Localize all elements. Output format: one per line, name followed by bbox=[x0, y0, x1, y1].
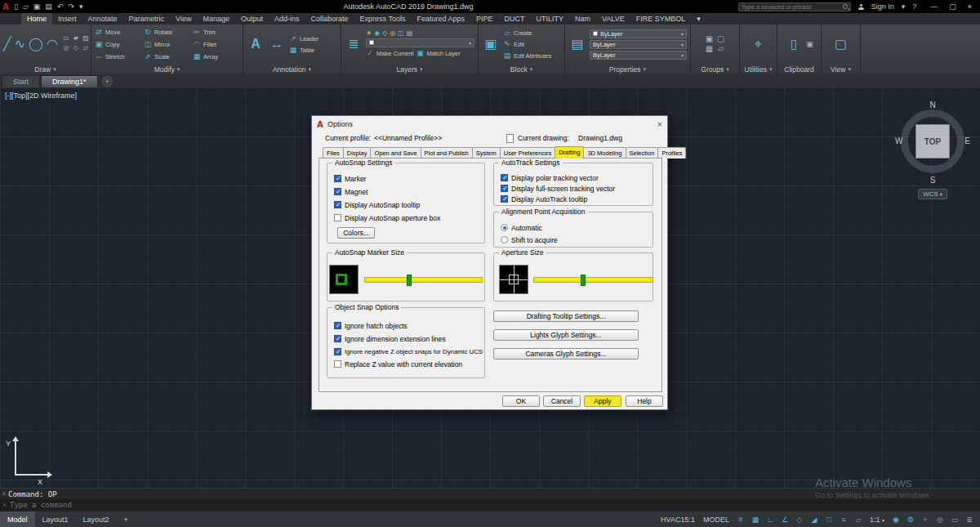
tab-user-preferences[interactable]: User Preferences bbox=[500, 147, 555, 159]
annotation-visibility-icon[interactable]: ◉ bbox=[889, 513, 902, 526]
checkbox[interactable] bbox=[334, 201, 341, 208]
fillet-tool[interactable]: ◠Fillet bbox=[193, 41, 239, 48]
annotation-scale-button[interactable]: 1:1 ▾ bbox=[866, 516, 888, 524]
new-drawing-tab-icon[interactable]: + bbox=[102, 76, 113, 87]
tab-plot-and-publish[interactable]: Plot and Publish bbox=[421, 147, 473, 159]
ribbon-tab-annotate[interactable]: Annotate bbox=[82, 13, 123, 25]
insert-block-icon[interactable]: ▣ bbox=[482, 38, 500, 51]
layer-isolate-icon[interactable]: ◉ bbox=[374, 30, 380, 37]
layer-off-icon[interactable]: ◫ bbox=[398, 30, 404, 37]
annotation-monitor-icon[interactable]: + bbox=[919, 513, 932, 526]
ribbon-tab-duct[interactable]: DUCT bbox=[498, 13, 530, 25]
layout1-tab[interactable]: Layout1 bbox=[35, 511, 76, 527]
checkbox[interactable] bbox=[334, 348, 341, 355]
autosnap-tooltip-checkbox-row[interactable]: Display AutoSnap tooltip bbox=[334, 200, 420, 209]
lineweight-icon[interactable]: ≡ bbox=[837, 513, 850, 526]
ignore-negative-z-checkbox-row[interactable]: Ignore negative Z object snaps for Dynam… bbox=[334, 347, 483, 356]
mirror-tool[interactable]: ◫Mirror bbox=[144, 41, 190, 48]
ribbon-tab-pipe[interactable]: PIPE bbox=[470, 13, 499, 25]
help-search-input[interactable] bbox=[742, 3, 840, 11]
marker-size-slider-thumb[interactable] bbox=[407, 275, 412, 286]
signin-label[interactable]: Sign In bbox=[871, 2, 894, 11]
object-color-dropdown[interactable]: ByLayer▾ bbox=[590, 29, 687, 38]
undo-icon[interactable]: ↶ bbox=[57, 3, 64, 11]
view-tool-icon[interactable]: ▢ bbox=[832, 38, 850, 51]
tab-drafting[interactable]: Drafting bbox=[555, 146, 584, 159]
wcs-dropdown-icon[interactable]: ▾ bbox=[940, 191, 942, 197]
properties-palette-icon[interactable]: ▤ bbox=[568, 38, 586, 51]
transparency-icon[interactable]: ▱ bbox=[852, 513, 865, 526]
search-icon[interactable] bbox=[843, 4, 848, 9]
signin-dropdown-icon[interactable]: ▾ bbox=[902, 2, 906, 11]
panel-expand-icon[interactable]: ▾ bbox=[53, 66, 56, 73]
ribbon-tab-manage[interactable]: Manage bbox=[197, 13, 235, 25]
checkbox[interactable] bbox=[334, 214, 341, 221]
new-file-icon[interactable]: ▯ bbox=[14, 3, 18, 11]
text-tool-icon[interactable]: A bbox=[247, 38, 265, 51]
circle-tool-icon[interactable]: ◯ bbox=[29, 38, 43, 51]
move-tool[interactable]: ⇄Move bbox=[95, 29, 141, 36]
dialog-close-icon[interactable]: × bbox=[657, 119, 662, 129]
tab-system[interactable]: System bbox=[472, 147, 501, 159]
tab-profiles[interactable]: Profiles bbox=[657, 147, 686, 159]
aperture-size-slider-thumb[interactable] bbox=[581, 275, 586, 286]
command-input-line[interactable]: › bbox=[0, 499, 980, 511]
redo-icon[interactable]: ↷ bbox=[68, 3, 74, 11]
layers-panel-label[interactable]: Layers▾ bbox=[341, 64, 478, 74]
trim-tool[interactable]: ✂Trim bbox=[193, 29, 239, 36]
panel-expand-icon[interactable]: ▾ bbox=[309, 66, 312, 73]
isodraft-icon[interactable]: ◇ bbox=[793, 513, 806, 526]
tab-display[interactable]: Display bbox=[343, 147, 372, 159]
dialog-titlebar[interactable]: A Options × bbox=[312, 116, 667, 132]
ribbon-tab-parametric[interactable]: Parametric bbox=[123, 13, 171, 25]
shift-to-acquire-radio-row[interactable]: Shift to acquire bbox=[501, 235, 558, 244]
radio-button[interactable] bbox=[501, 236, 508, 243]
combo-dropdown-icon[interactable]: ▾ bbox=[469, 40, 471, 46]
combo-dropdown-icon[interactable]: ▾ bbox=[681, 52, 684, 58]
close-icon[interactable]: × bbox=[968, 2, 972, 11]
layer-on-icon[interactable]: ☀ bbox=[366, 30, 372, 37]
scale-dropdown-icon[interactable]: ▾ bbox=[882, 518, 884, 523]
snap-toggle-icon[interactable]: ▦ bbox=[749, 513, 762, 526]
checkbox[interactable] bbox=[501, 185, 508, 192]
checkbox[interactable] bbox=[334, 322, 341, 329]
model-space-button[interactable]: MODEL bbox=[700, 516, 733, 524]
edit-block-tool[interactable]: ✎Edit bbox=[503, 39, 551, 49]
combo-dropdown-icon[interactable]: ▾ bbox=[681, 42, 684, 47]
dimension-tool-icon[interactable]: ↔ bbox=[268, 38, 286, 51]
polar-tracking-icon[interactable]: ∠ bbox=[778, 513, 791, 526]
file-tab-drawing1[interactable]: Drawing1* bbox=[41, 75, 98, 87]
qat-dropdown-icon[interactable]: ▾ bbox=[79, 3, 83, 11]
ortho-toggle-icon[interactable]: ∟ bbox=[764, 513, 777, 526]
panel-expand-icon[interactable]: ▾ bbox=[848, 66, 851, 73]
measure-tool-icon[interactable]: ⌖ bbox=[750, 38, 768, 51]
ok-button[interactable]: OK bbox=[502, 395, 540, 407]
open-file-icon[interactable]: ▱ bbox=[23, 3, 29, 11]
help-icon[interactable]: ? bbox=[912, 2, 916, 11]
ribbon-tab-insert[interactable]: Insert bbox=[52, 13, 82, 25]
ribbon-tab-home[interactable]: Home bbox=[21, 13, 52, 25]
clean-screen-icon[interactable]: ▭ bbox=[948, 513, 961, 526]
ribbon-tab-overflow-icon[interactable]: ▾ bbox=[691, 13, 706, 25]
combo-dropdown-icon[interactable]: ▾ bbox=[681, 31, 684, 37]
edit-attributes-tool[interactable]: ▤Edit Attributes bbox=[503, 51, 551, 60]
array-tool[interactable]: ▦Array bbox=[193, 53, 239, 60]
viewport-scale-label[interactable]: HVAC15:1 bbox=[657, 516, 698, 524]
cameras-glyph-settings-button[interactable]: Cameras Glyph Settings... bbox=[493, 348, 639, 360]
panel-expand-icon[interactable]: ▾ bbox=[769, 66, 773, 73]
checkbox[interactable] bbox=[334, 175, 341, 182]
autotrack-tooltip-checkbox-row[interactable]: Display AutoTrack tooltip bbox=[501, 194, 587, 203]
replace-z-checkbox-row[interactable]: Replace Z value with current elevation bbox=[334, 360, 462, 368]
workspace-gear-icon[interactable]: ⚙ bbox=[904, 513, 917, 526]
ignore-hatch-checkbox-row[interactable]: Ignore hatch objects bbox=[334, 321, 408, 330]
leader-tool[interactable]: ↗Leader bbox=[289, 33, 318, 43]
isolate-objects-icon[interactable]: ◎ bbox=[933, 513, 947, 526]
polar-vector-checkbox-row[interactable]: Display polar tracking vector bbox=[501, 173, 599, 182]
group-tools[interactable]: ▣▢▦▱ bbox=[704, 34, 727, 54]
properties-panel-label[interactable]: Properties▾ bbox=[565, 64, 690, 74]
aperture-box-checkbox-row[interactable]: Display AutoSnap aperture box bbox=[334, 213, 440, 222]
rotate-tool[interactable]: ↻Rotate bbox=[144, 29, 190, 36]
utilities-panel-label[interactable]: Utilities▾ bbox=[740, 64, 777, 74]
ribbon-tab-view[interactable]: View bbox=[170, 13, 197, 25]
command-input[interactable] bbox=[10, 501, 255, 509]
